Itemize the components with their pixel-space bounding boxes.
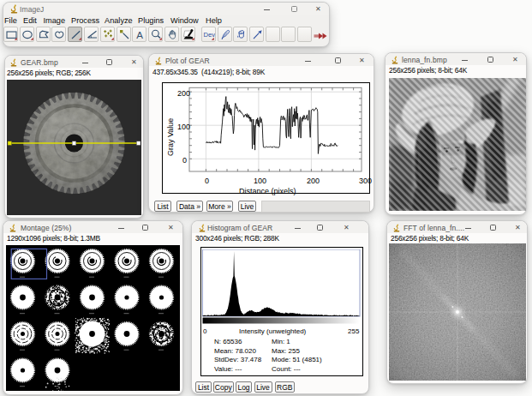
svg-text:Dev: Dev [204, 31, 216, 39]
svg-text:A: A [137, 30, 144, 40]
